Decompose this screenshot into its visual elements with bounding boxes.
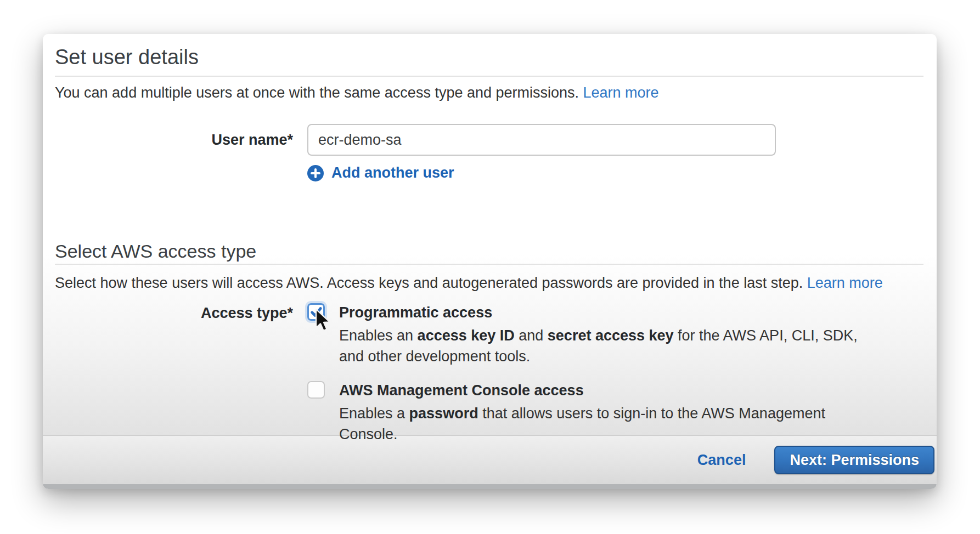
plus-circle-icon xyxy=(307,165,324,181)
username-input[interactable] xyxy=(307,124,776,156)
access-type-options: Programmatic access Enables an access ke… xyxy=(307,303,877,445)
username-label: User name* xyxy=(55,124,307,156)
programmatic-access-title[interactable]: Programmatic access xyxy=(339,303,877,322)
screen: { "user_details": { "heading": "Set user… xyxy=(0,0,980,534)
learn-more-link-user-details[interactable]: Learn more xyxy=(583,84,659,101)
desc-text: Enables a xyxy=(339,405,409,422)
programmatic-access-text: Programmatic access Enables an access ke… xyxy=(339,303,877,367)
cancel-button[interactable]: Cancel xyxy=(697,452,746,469)
console-access-description: Enables a password that allows users to … xyxy=(339,403,877,445)
access-type-label: Access type* xyxy=(55,303,307,322)
panel-content: Set user details You can add multiple us… xyxy=(43,34,937,435)
desc-text: Enables an xyxy=(339,327,418,344)
user-details-intro: You can add multiple users at once with … xyxy=(55,82,923,103)
access-type-section-title: Select AWS access type xyxy=(55,238,923,264)
programmatic-access-description: Enables an access key ID and secret acce… xyxy=(339,325,877,367)
access-type-intro-text: Select how these users will access AWS. … xyxy=(55,275,803,291)
access-type-row: Access type* Programmatic access Enables… xyxy=(55,303,923,445)
set-user-details-panel: Set user details You can add multiple us… xyxy=(43,34,937,489)
option-programmatic-access: Programmatic access Enables an access ke… xyxy=(307,303,877,367)
checkmark-icon xyxy=(309,305,323,319)
panel-bottom-edge xyxy=(43,484,937,489)
add-another-user-label[interactable]: Add another user xyxy=(331,164,454,181)
console-access-title[interactable]: AWS Management Console access xyxy=(339,381,877,400)
learn-more-link-access-type[interactable]: Learn more xyxy=(807,275,883,291)
programmatic-access-checkbox[interactable] xyxy=(307,303,325,321)
username-row: User name* xyxy=(55,124,923,156)
divider xyxy=(55,76,923,77)
next-permissions-button[interactable]: Next: Permissions xyxy=(774,446,934,474)
access-type-intro: Select how these users will access AWS. … xyxy=(55,272,923,293)
user-details-intro-text: You can add multiple users at once with … xyxy=(55,84,579,101)
console-access-checkbox[interactable] xyxy=(307,381,325,399)
console-access-text: AWS Management Console access Enables a … xyxy=(339,381,877,445)
option-console-access: AWS Management Console access Enables a … xyxy=(307,381,877,445)
add-another-user[interactable]: Add another user xyxy=(307,164,923,181)
page-title: Set user details xyxy=(55,45,923,69)
divider xyxy=(55,264,923,265)
desc-bold: password xyxy=(409,405,478,422)
desc-bold: access key ID xyxy=(418,327,515,344)
desc-bold: secret access key xyxy=(548,327,674,344)
desc-text: and xyxy=(515,327,548,344)
